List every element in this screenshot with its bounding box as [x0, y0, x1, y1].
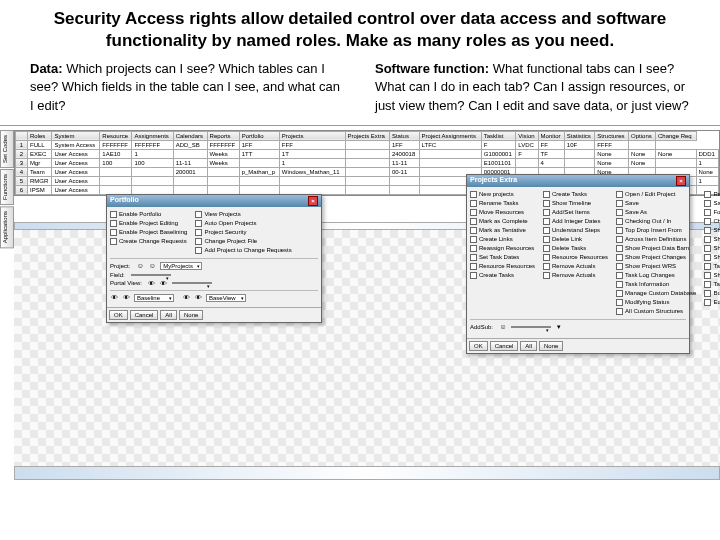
checkbox-icon[interactable]	[470, 209, 477, 216]
column-header[interactable]: Tasklist	[481, 131, 516, 140]
checkbox-item[interactable]: Show Tabular	[704, 227, 720, 234]
checkbox-item[interactable]: Modifying Status	[616, 299, 696, 306]
column-header[interactable]: Monitor	[538, 131, 564, 140]
checkbox-icon[interactable]	[616, 200, 623, 207]
checkbox-icon[interactable]	[470, 191, 477, 198]
checkbox-icon[interactable]	[704, 236, 711, 243]
checkbox-item[interactable]: Mark as Tentative	[470, 227, 535, 234]
cancel-button[interactable]: Cancel	[490, 341, 519, 351]
checkbox-icon[interactable]	[616, 236, 623, 243]
checkbox-icon[interactable]	[704, 299, 711, 306]
addsub-dropdown[interactable]	[511, 326, 551, 328]
cell[interactable]	[207, 176, 239, 185]
checkbox-item[interactable]: New projects	[470, 191, 535, 198]
checkbox-icon[interactable]	[704, 281, 711, 288]
cell[interactable]: 1FF	[239, 140, 279, 149]
checkbox-item[interactable]: Enable Project Editing	[110, 220, 187, 227]
checkbox-item[interactable]: Resource Resources	[470, 263, 535, 270]
cell[interactable]	[279, 176, 345, 185]
cell[interactable]: 1	[696, 158, 719, 167]
checkbox-item[interactable]: Show Project WRS	[616, 263, 696, 270]
cell[interactable]	[345, 167, 389, 176]
cell[interactable]: DDD1	[696, 149, 719, 158]
cell[interactable]	[239, 158, 279, 167]
cell[interactable]: IPSM	[28, 185, 52, 194]
checkbox-item[interactable]: Auto Open Projects	[195, 220, 291, 227]
cell[interactable]: 3	[16, 158, 28, 167]
column-header[interactable]: Calendars	[173, 131, 207, 140]
column-header[interactable]: Resource	[100, 131, 132, 140]
checkbox-item[interactable]: Project Security	[195, 229, 291, 236]
checkbox-item[interactable]: Add/Set Items	[543, 209, 608, 216]
project-dropdown[interactable]: MyProjects	[160, 262, 202, 270]
baseview-dropdown[interactable]: BaseView	[206, 294, 246, 302]
eye-icon[interactable]: 👁	[160, 280, 168, 287]
checkbox-item[interactable]: Enable Project Baselining	[110, 229, 187, 236]
cell[interactable]	[419, 149, 481, 158]
column-header[interactable]: Roles	[28, 131, 52, 140]
cell[interactable]: 1	[696, 176, 719, 185]
cell[interactable]	[564, 158, 594, 167]
checkbox-item[interactable]: Add Integer Dates	[543, 218, 608, 225]
cell[interactable]	[655, 158, 696, 167]
cell[interactable]: G1000001	[481, 149, 516, 158]
none-button[interactable]: None	[179, 310, 203, 320]
popup-titlebar[interactable]: Projects Extra ×	[467, 175, 689, 187]
checkbox-item[interactable]: Mark as Complete	[470, 218, 535, 225]
ok-button[interactable]: OK	[109, 310, 128, 320]
checkbox-icon[interactable]	[543, 263, 550, 270]
cell[interactable]: FFF	[279, 140, 345, 149]
table-row[interactable]: 2EXECUser Access1AE101Weeks1TT1T2400018G…	[16, 149, 719, 158]
cell[interactable]	[132, 176, 173, 185]
all-button[interactable]: All	[520, 341, 537, 351]
cell[interactable]: 100	[132, 158, 173, 167]
ok-button[interactable]: OK	[469, 341, 488, 351]
cell[interactable]: User Access	[52, 185, 100, 194]
column-header[interactable]: Reports	[207, 131, 239, 140]
checkbox-icon[interactable]	[470, 218, 477, 225]
column-header[interactable]: Project Assignments	[419, 131, 481, 140]
checkbox-icon[interactable]	[616, 209, 623, 216]
column-header[interactable]	[16, 131, 28, 140]
checkbox-icon[interactable]	[110, 229, 117, 236]
cell[interactable]: RMGR	[28, 176, 52, 185]
checkbox-icon[interactable]	[616, 245, 623, 252]
cell[interactable]	[207, 167, 239, 176]
checkbox-item[interactable]: Show Project Changes	[616, 254, 696, 261]
column-header[interactable]: Status	[389, 131, 419, 140]
popup-titlebar[interactable]: Portfolio ×	[107, 195, 321, 207]
cell[interactable]: F	[481, 140, 516, 149]
eye-icon[interactable]: 👁	[194, 294, 202, 302]
cell[interactable]: 00-11	[389, 167, 419, 176]
cell[interactable]: Windows_Mathan_11	[279, 167, 345, 176]
cell[interactable]: 5	[16, 176, 28, 185]
cell[interactable]: LVDC	[516, 140, 538, 149]
checkbox-icon[interactable]	[543, 236, 550, 243]
checkbox-icon[interactable]	[704, 254, 711, 261]
checkbox-icon[interactable]	[704, 209, 711, 216]
cell[interactable]: User Access	[52, 158, 100, 167]
cell[interactable]: 1	[279, 158, 345, 167]
cell[interactable]: 1	[132, 149, 173, 158]
cell[interactable]: 1AE10	[100, 149, 132, 158]
checkbox-item[interactable]: Show Timeline	[543, 200, 608, 207]
column-header[interactable]: Projects Extra	[345, 131, 389, 140]
vtab-setcodes[interactable]: Set Codes	[0, 130, 14, 168]
cell[interactable]	[239, 176, 279, 185]
checkbox-item[interactable]: Manage Custom Database	[616, 290, 696, 297]
eye-icon[interactable]: 👁	[148, 280, 156, 287]
cell[interactable]: 11-11	[389, 158, 419, 167]
cell[interactable]: FFFFFFF	[207, 140, 239, 149]
checkbox-icon[interactable]	[470, 236, 477, 243]
cell[interactable]: E1001101	[481, 158, 516, 167]
cell[interactable]: 1TT	[239, 149, 279, 158]
cell[interactable]: F	[516, 149, 538, 158]
eye-icon[interactable]: 👁	[110, 294, 118, 302]
checkbox-item[interactable]: Save	[616, 200, 696, 207]
baseline-dropdown[interactable]: Baseline	[134, 294, 174, 302]
checkbox-item[interactable]: Understand Steps	[543, 227, 608, 234]
checkbox-item[interactable]: Create Links	[470, 236, 535, 243]
checkbox-icon[interactable]	[543, 191, 550, 198]
checkbox-item[interactable]: Edit Resources	[704, 299, 720, 306]
checkbox-icon[interactable]	[543, 254, 550, 261]
